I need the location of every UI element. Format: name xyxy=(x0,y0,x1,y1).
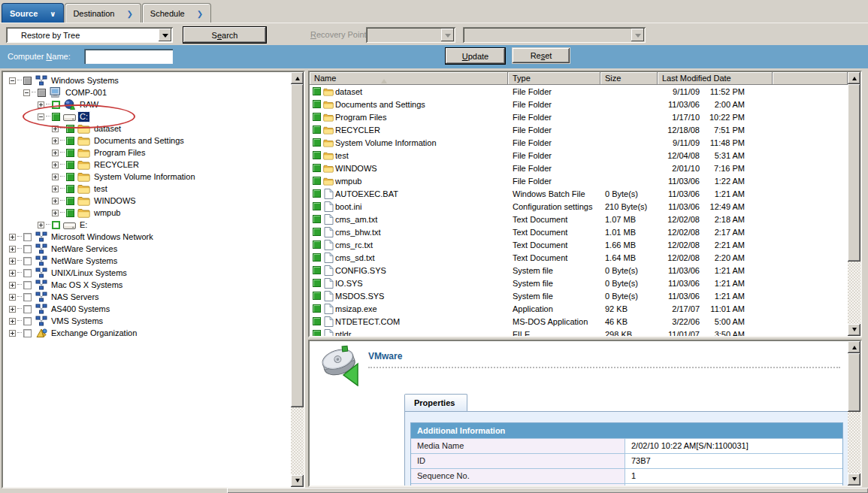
tree-item-comp-001[interactable]: COMP-001 xyxy=(4,86,291,98)
checkbox-partial[interactable] xyxy=(23,77,32,85)
file-row-cms-rc-txt[interactable]: cms_rc.txtText Document1.66 MB12/02/082:… xyxy=(310,238,848,251)
tree-item-nas-servers[interactable]: NAS Servers xyxy=(4,291,291,303)
expand-icon[interactable] xyxy=(9,246,16,253)
tree-item-wmpub[interactable]: wmpub xyxy=(4,207,291,219)
update-button[interactable]: Update xyxy=(445,47,506,65)
column-header-last-modified-date[interactable]: Last Modified Date xyxy=(658,72,773,85)
tree-item-raw[interactable]: RAW xyxy=(4,98,291,110)
reset-button[interactable]: Reset xyxy=(512,47,570,64)
tab-source[interactable]: Source∨ xyxy=(2,3,64,23)
file-row-wmpub[interactable]: wmpubFile Folder11/03/061:22 AM xyxy=(310,174,848,187)
tree-item-label[interactable]: WINDOWS xyxy=(92,196,138,206)
file-row-autoexec-bat[interactable]: AUTOEXEC.BATWindows Batch File0 Byte(s)1… xyxy=(310,187,848,200)
column-header-name[interactable]: Name xyxy=(310,72,508,85)
scrollbar-thumb[interactable] xyxy=(848,84,860,262)
checkbox-checked[interactable] xyxy=(313,240,321,249)
expand-icon[interactable] xyxy=(9,234,16,240)
checkbox-empty[interactable] xyxy=(23,305,32,313)
checkbox-checked[interactable] xyxy=(66,161,74,169)
scroll-up-button[interactable] xyxy=(848,341,860,353)
tree-item-program-files[interactable]: Program Files xyxy=(4,147,291,159)
file-row-io-sys[interactable]: IO.SYSSystem file0 Byte(s)11/03/061:21 A… xyxy=(310,277,848,289)
file-row-msdos-sys[interactable]: MSDOS.SYSSystem file0 Byte(s)11/03/061:2… xyxy=(310,289,848,302)
checkbox-empty[interactable] xyxy=(23,317,32,325)
tree-item-mac-os-x-systems[interactable]: Mac OS X Systems xyxy=(4,279,291,291)
tree-item-label[interactable]: Windows Systems xyxy=(50,76,120,86)
scroll-down-button[interactable] xyxy=(291,475,304,487)
tree-item-as400-systems[interactable]: AS400 Systems xyxy=(4,303,291,315)
tree-item-label[interactable]: NAS Servers xyxy=(50,292,101,302)
checkbox-checked[interactable] xyxy=(313,151,321,159)
expand-icon[interactable] xyxy=(52,162,59,168)
file-row-program-files[interactable]: Program FilesFile Folder1/17/1010:22 PM xyxy=(310,110,848,123)
expand-icon[interactable] xyxy=(52,174,59,180)
expand-icon[interactable] xyxy=(9,282,16,289)
tree-item-documents-and-settings[interactable]: Documents and Settings xyxy=(4,135,291,147)
expand-icon[interactable] xyxy=(9,258,16,265)
tree-item-c[interactable]: C: xyxy=(4,110,291,122)
tree-item-label[interactable]: AS400 Systems xyxy=(50,304,111,314)
checkbox-checked[interactable] xyxy=(66,185,74,193)
checkbox-partial[interactable] xyxy=(38,89,46,97)
checkbox-empty[interactable] xyxy=(23,329,32,337)
expand-icon[interactable] xyxy=(52,126,59,132)
tree-item-label[interactable]: Program Files xyxy=(92,148,147,158)
checkbox-checked[interactable] xyxy=(313,253,321,262)
checkbox-checked[interactable] xyxy=(313,177,321,185)
checkbox-checked[interactable] xyxy=(66,209,74,217)
checkbox-checked[interactable] xyxy=(313,87,321,95)
file-row-windows[interactable]: WINDOWSFile Folder2/01/107:16 PM xyxy=(310,162,848,174)
expand-icon[interactable] xyxy=(38,101,44,108)
tree-item-windows-systems[interactable]: Windows Systems xyxy=(4,74,291,86)
checkbox-checked[interactable] xyxy=(313,266,321,274)
checkbox-checked[interactable] xyxy=(66,197,74,205)
file-row-cms-bhw-txt[interactable]: cms_bhw.txtText Document1.01 MB12/02/082… xyxy=(310,225,848,238)
expand-icon[interactable] xyxy=(52,210,59,216)
checkbox-checked[interactable] xyxy=(313,189,321,198)
tree-item-unix-linux-systems[interactable]: UNIX/Linux Systems xyxy=(4,267,291,279)
tree-item-label[interactable]: Mac OS X Systems xyxy=(50,280,124,290)
tree-item-label[interactable]: dataset xyxy=(92,124,122,134)
checkbox-empty[interactable] xyxy=(23,269,32,277)
expand-icon[interactable] xyxy=(9,318,16,325)
file-row-boot-ini[interactable]: boot.iniConfiguration settings210 Byte(s… xyxy=(310,200,848,213)
tree-item-label[interactable]: VMS Systems xyxy=(50,316,104,326)
expand-icon[interactable] xyxy=(9,330,16,337)
tree-item-system-volume-information[interactable]: System Volume Information xyxy=(4,171,291,183)
checkbox-checked[interactable] xyxy=(313,304,321,313)
tree-item-label[interactable]: RAW xyxy=(78,100,100,110)
tree-item-label[interactable]: RECYCLER xyxy=(92,160,141,170)
checkbox-checked[interactable] xyxy=(66,125,74,133)
file-row-ntldr[interactable]: ntldrFILE298 KB11/01/073:50 AM xyxy=(310,328,848,336)
expand-icon[interactable] xyxy=(52,186,59,192)
checkbox-checked[interactable] xyxy=(313,317,321,325)
collapse-icon[interactable] xyxy=(9,77,16,84)
file-row-recycler[interactable]: RECYCLERFile Folder12/18/087:51 PM xyxy=(310,123,848,136)
collapse-icon[interactable] xyxy=(38,113,44,120)
tree-item-e[interactable]: E: xyxy=(4,219,291,231)
file-row-msizap-exe[interactable]: msizap.exeApplication92 KB2/17/0711:01 A… xyxy=(310,302,848,315)
checkbox-checked[interactable] xyxy=(313,202,321,210)
tree-item-label[interactable]: C: xyxy=(78,112,89,122)
tree-item-label[interactable]: Documents and Settings xyxy=(92,136,186,146)
checkbox-checked[interactable] xyxy=(313,215,321,223)
file-row-dataset[interactable]: datasetFile Folder9/11/0911:52 PM xyxy=(310,85,848,98)
checkbox-outline[interactable] xyxy=(52,101,60,109)
tree-item-label[interactable]: test xyxy=(92,184,109,194)
tab-properties[interactable]: Properties xyxy=(404,394,467,412)
dropdown-arrow-icon[interactable] xyxy=(159,29,171,41)
column-header-blank[interactable] xyxy=(773,72,848,85)
scroll-down-button[interactable] xyxy=(848,473,860,485)
checkbox-checked[interactable] xyxy=(313,126,321,134)
tab-destination[interactable]: Destination❯ xyxy=(65,3,141,23)
tab-schedule[interactable]: Schedule❯ xyxy=(142,3,211,23)
tree-item-netware-services[interactable]: NetWare Services xyxy=(4,243,291,255)
file-row-ntdetect-com[interactable]: NTDETECT.COMMS-DOS Application46 KB3/22/… xyxy=(310,315,848,328)
checkbox-checked[interactable] xyxy=(313,113,321,121)
file-row-cms-sd-txt[interactable]: cms_sd.txtText Document1.64 MB12/02/082:… xyxy=(310,251,848,264)
checkbox-checked[interactable] xyxy=(313,292,321,300)
expand-icon[interactable] xyxy=(9,306,16,313)
collapse-icon[interactable] xyxy=(23,89,30,96)
checkbox-checked[interactable] xyxy=(66,173,74,181)
tree-item-exchange-organization[interactable]: Exchange Organization xyxy=(4,327,291,339)
